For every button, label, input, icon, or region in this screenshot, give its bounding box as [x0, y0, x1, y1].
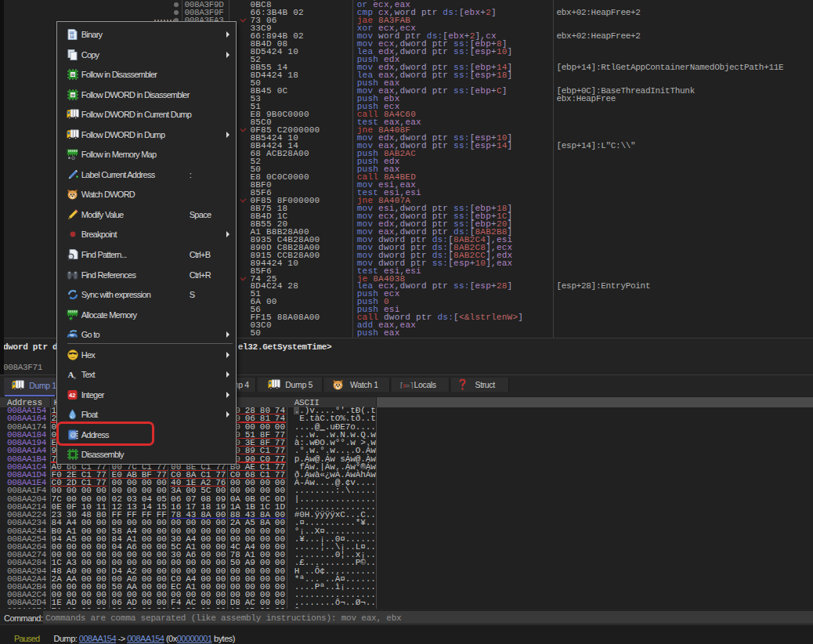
svg-text:32: 32 — [70, 73, 74, 77]
svg-text:10: 10 — [70, 34, 74, 38]
svg-text:z: z — [74, 374, 76, 380]
svg-text:32: 32 — [70, 93, 74, 97]
svg-text:42: 42 — [69, 392, 75, 399]
svg-text:=]: =] — [406, 382, 414, 389]
